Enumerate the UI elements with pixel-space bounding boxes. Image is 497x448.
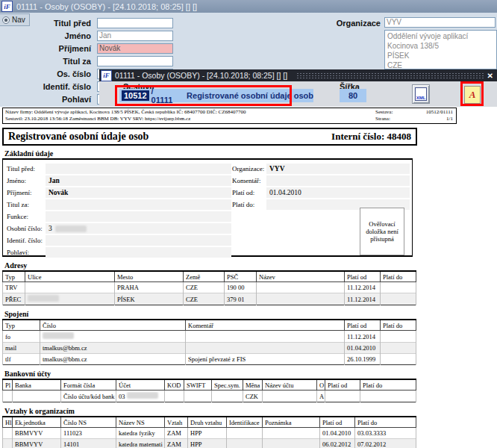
table-cell — [3, 391, 13, 402]
report-field-label: Platí od: — [232, 189, 266, 196]
column-header: Hl — [3, 417, 13, 428]
table-adresy: TypUliceMestoZeměPSČNázevPlatí odPlatí d… — [2, 270, 416, 305]
table-spojeni: TypČísloKomentářPlatí odPlatí dofo11.12.… — [2, 319, 416, 365]
table-cell: tmalkus@bbm.cz — [40, 343, 186, 354]
field-input[interactable] — [97, 56, 173, 66]
report-field-row: Titul před: — [7, 163, 231, 175]
table-row: BBMVYV14101katedra matematiZAMHPP06.02.2… — [3, 439, 416, 448]
organizace-input[interactable]: VYV — [384, 17, 496, 28]
table-cell — [13, 391, 61, 402]
sirka-value-cell[interactable]: 80 — [340, 89, 366, 102]
field-input[interactable]: Jan — [97, 31, 173, 41]
column-header: Pl — [3, 379, 13, 391]
report-field-label: Pohlaví: — [7, 249, 46, 256]
organizace-listbox[interactable]: Oddělení vývoje aplikacíKocinova 138/5PÍ… — [384, 30, 497, 69]
form-row: Titul za — [0, 55, 173, 67]
table-cell — [3, 439, 13, 448]
table-cell — [263, 439, 320, 448]
redacted-blur — [55, 225, 87, 232]
column-header: Název účtu — [263, 379, 317, 391]
table-cell: 190 00 — [225, 282, 257, 293]
column-header: Druh vztahu — [188, 417, 227, 428]
table-cell: 01.04.2010 — [320, 428, 355, 439]
section-heading-adresy: Adresy — [4, 261, 497, 270]
report-field-row: Titul za: — [7, 199, 231, 211]
table-cell: 379 01 — [225, 293, 257, 305]
column-header: Název — [257, 271, 345, 282]
table-row: tlftmalkus@bbm.czSpojení převzaté z FIS2… — [3, 354, 416, 365]
annotation-red-box-pdf-button — [460, 81, 484, 106]
table-cell — [381, 282, 416, 293]
table-bankovni-ucty: PlBankaFormát číslaÚčetKODSWIFTSpec.sym.… — [2, 379, 416, 402]
table-cell — [257, 293, 345, 305]
column-header: Typ — [3, 320, 40, 331]
table-row: Číslo účtu/kód bank03 CZKA — [3, 391, 416, 402]
field-label: Jméno — [0, 31, 91, 40]
xml-export-button[interactable]: XML — [412, 84, 430, 104]
table-cell: A — [317, 391, 325, 402]
strana-hdr-label: Strana: — [375, 116, 390, 122]
redacted-blur — [43, 332, 74, 339]
titlebar-pattern — [296, 72, 484, 79]
table-cell: HPP — [188, 428, 227, 439]
list-item[interactable]: Oddělení vývoje aplikací — [387, 31, 494, 41]
report-title: Registrované osobní údaje osob — [8, 131, 149, 143]
dialog-titlebar: iF 01111 - Osoby (OSOBY) - [24.10.2018; … — [99, 69, 497, 81]
dialog-title: 01111 - Osoby (OSOBY) - [24.10.2018; 08:… — [115, 71, 287, 80]
list-item[interactable]: PÍSEK — [387, 51, 494, 60]
field-input[interactable]: Novák — [97, 43, 173, 54]
table-cell — [381, 343, 416, 354]
report-field-label: Titul před: — [7, 165, 46, 172]
report-header-box: Název firmy: Oddělení vývoje aplikací, K… — [2, 108, 457, 124]
report-field-label: Příjmení: — [7, 189, 46, 196]
table-cell — [381, 354, 416, 365]
xml-icon: XML — [415, 87, 427, 101]
column-header: Platí do — [355, 417, 416, 428]
table-cell — [227, 428, 263, 439]
field-input[interactable] — [97, 18, 173, 28]
redacted-blur — [28, 295, 59, 302]
table-cell: PŘEC — [3, 293, 25, 305]
report-field-row: Jméno:Jan — [7, 175, 231, 187]
field-label: Titul za — [0, 57, 91, 66]
organizace-label: Organizace — [328, 19, 381, 28]
column-header: Banka — [13, 379, 61, 391]
section-heading-vztahy: Vztahy k organizacím — [4, 407, 497, 415]
list-item[interactable]: Kocinova 138/5 — [387, 41, 494, 51]
report-field-label: Titul za: — [7, 201, 46, 208]
table-cell: katedra matemati — [116, 439, 165, 448]
annotation-red-box-report-row — [115, 85, 292, 106]
report-field-label: Osobní číslo: — [7, 225, 46, 232]
column-header: Platí od — [325, 379, 360, 391]
close-icon[interactable]: ✕ — [487, 72, 493, 80]
column-header: Měna — [243, 379, 263, 391]
column-header: Komentář — [186, 320, 345, 331]
table-cell — [263, 391, 317, 402]
table-cell — [263, 428, 320, 439]
report-field-value — [46, 247, 231, 258]
column-header: Platí do — [381, 320, 416, 331]
report-header-right: Sestava: 10512/01111 Strana: 1/1 — [375, 109, 453, 122]
table-header-row: HlEk.jednotkaČíslo NSNázev NSVztahDruh v… — [3, 417, 416, 428]
column-header: Mesto — [115, 271, 184, 282]
column-header: Název NS — [116, 417, 165, 428]
table-header-row: TypUliceMestoZeměPSČNázevPlatí odPlatí d… — [3, 271, 416, 282]
list-item[interactable]: CZE — [387, 60, 494, 69]
table-cell: 06.02.2012 — [320, 439, 355, 448]
table-cell: 111023 — [61, 428, 116, 439]
table-cell: ZAM — [165, 439, 188, 448]
table-row: mailtmalkus@bbm.cz01.04.2010 — [3, 343, 416, 354]
form-row: JménoJan — [0, 29, 173, 42]
table-cell: katedra fyziky — [116, 428, 165, 439]
report-field-label: Funkce: — [7, 213, 46, 220]
column-header: KOD — [165, 379, 184, 391]
table-vztahy-k-organizacim: HlEk.jednotkaČíslo NSNázev NSVztahDruh v… — [2, 416, 416, 448]
field-label: Titul před — [0, 19, 91, 28]
report-field-label: Organizace: — [232, 165, 266, 172]
table-cell: HPP — [188, 439, 227, 448]
sestava-hdr-label: Sestava: — [375, 109, 393, 116]
report-field-value — [46, 164, 231, 174]
table-cell: fo — [3, 331, 40, 343]
table-cell: BBMVYV — [13, 428, 61, 439]
report-field-label: Platí do: — [232, 201, 266, 208]
